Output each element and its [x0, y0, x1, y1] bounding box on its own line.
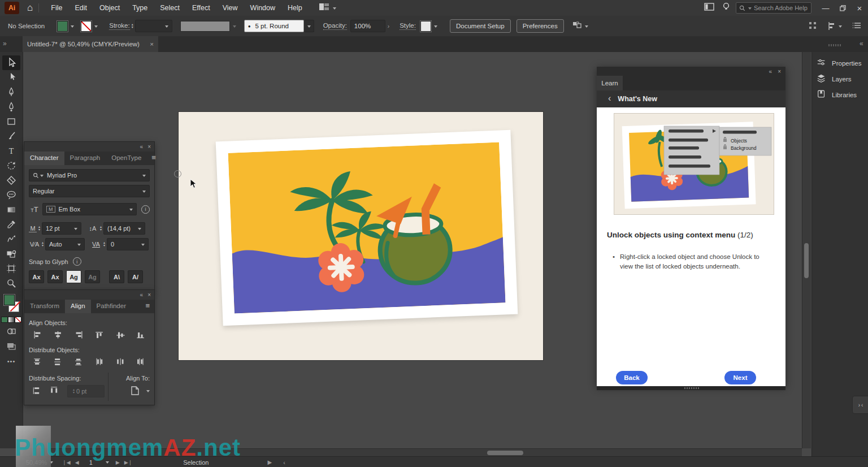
direct-selection-tool[interactable]	[2, 70, 20, 85]
workspace-switcher-icon[interactable]	[319, 2, 330, 14]
back-button[interactable]: Back	[616, 371, 648, 384]
dist-right-button[interactable]	[133, 357, 150, 368]
align-shortcut-icon[interactable]	[827, 21, 842, 31]
grid-dots-icon[interactable]	[809, 21, 817, 31]
menu-edit[interactable]: Edit	[68, 4, 93, 12]
next-button[interactable]: Next	[724, 371, 756, 384]
panel-toggle-icon[interactable]	[704, 3, 714, 13]
dist-vcenter-button[interactable]	[50, 357, 67, 368]
paintbrush-tool[interactable]	[2, 129, 20, 144]
stroke-color-swatch[interactable]	[81, 21, 92, 32]
symbol-sprayer-tool[interactable]	[2, 247, 20, 261]
tab-align[interactable]: Align	[65, 300, 91, 313]
menu-view[interactable]: View	[216, 4, 244, 12]
panel-menu-icon[interactable]: ≡	[147, 152, 160, 165]
align-to-artboard-icon[interactable]	[127, 385, 144, 396]
brush-preset-dropdown[interactable]: ●5 pt. Round	[244, 20, 304, 32]
collapse-panel-icon[interactable]: «	[140, 144, 144, 150]
snap-glyph-button-2[interactable]: Ax	[47, 270, 63, 283]
align-left-button[interactable]	[29, 330, 46, 341]
leading-field[interactable]: (14,4 pt)	[103, 222, 145, 235]
chevron-left-icon[interactable]: ‹	[608, 93, 611, 103]
fill-swatch[interactable]	[4, 295, 15, 305]
font-family-field[interactable]: Myriad Pro	[29, 169, 150, 181]
opacity-label[interactable]: Opacity:	[323, 22, 347, 30]
info-icon[interactable]: i	[73, 257, 81, 266]
rotate-tool[interactable]	[2, 158, 20, 173]
help-search-input[interactable]: Search Adobe Help	[736, 2, 811, 14]
type-tool[interactable]: T	[2, 144, 20, 158]
snap-glyph-button-4[interactable]: Ag	[85, 270, 100, 283]
eyedropper-tool[interactable]	[2, 217, 20, 232]
align-right-button[interactable]	[71, 330, 88, 341]
align-bottom-button[interactable]	[133, 330, 150, 341]
font-size-stepper[interactable]: ▴▾	[38, 226, 40, 231]
gradient-tool[interactable]	[2, 202, 20, 217]
snap-glyph-button-1[interactable]: Ax	[29, 270, 44, 283]
menu-select[interactable]: Select	[154, 4, 186, 12]
close-icon[interactable]: ×	[778, 68, 781, 75]
menu-help[interactable]: Help	[281, 4, 309, 12]
panel-menu-icon[interactable]: ≡	[141, 300, 154, 313]
snap-glyph-button-6[interactable]: A/	[128, 270, 143, 283]
screen-mode-icon[interactable]	[7, 342, 16, 352]
more-tools-icon[interactable]: •••	[7, 358, 16, 365]
collapse-panel-icon[interactable]: «	[140, 292, 144, 298]
info-icon[interactable]: i	[141, 205, 150, 214]
none-button[interactable]	[15, 317, 21, 323]
menu-file[interactable]: File	[45, 4, 68, 12]
align-top-button[interactable]	[91, 330, 108, 341]
fill-stroke-control[interactable]	[2, 294, 20, 313]
close-icon[interactable]: ×	[147, 292, 151, 298]
restore-button[interactable]	[834, 0, 851, 16]
menu-type[interactable]: Type	[126, 4, 154, 12]
preferences-button[interactable]: Preferences	[517, 19, 564, 33]
expand-panel-icon[interactable]: »	[3, 40, 7, 47]
style-label[interactable]: Style:	[400, 22, 416, 30]
menu-window[interactable]: Window	[244, 4, 281, 12]
learn-panel-resize-grip[interactable]	[597, 386, 785, 390]
space-h-button[interactable]	[46, 386, 63, 397]
dock-grip[interactable]	[828, 44, 842, 46]
arrange-icon[interactable]	[572, 21, 582, 31]
snap-glyph-button-5[interactable]: A\	[109, 270, 124, 283]
eraser-tool[interactable]	[2, 173, 20, 188]
dist-hcenter-button[interactable]	[112, 357, 129, 368]
horizontal-scrollbar-thumb[interactable]	[487, 451, 523, 455]
dock-item-properties[interactable]: Properties	[812, 55, 868, 71]
kerning-stepper[interactable]: ▴▾	[42, 241, 44, 247]
snap-glyph-button-3[interactable]: Ag	[66, 270, 81, 283]
opacity-field[interactable]: 100%	[350, 20, 385, 32]
variable-width-profile[interactable]	[180, 21, 230, 32]
dist-top-button[interactable]	[29, 357, 46, 368]
dock-item-libraries[interactable]: Libraries	[812, 87, 868, 103]
align-vmiddle-button[interactable]	[112, 330, 129, 341]
vertical-scrollbar-thumb[interactable]	[804, 243, 809, 278]
tab-transform[interactable]: Transform	[24, 300, 65, 313]
postcard-artwork[interactable]	[216, 130, 518, 326]
type-system-field[interactable]: M Em Box	[42, 203, 137, 215]
shaper-tool[interactable]	[2, 188, 20, 202]
tracking-stepper[interactable]: ▴▾	[103, 241, 105, 247]
pen-tool[interactable]	[2, 85, 20, 100]
stroke-weight-field[interactable]	[135, 20, 172, 32]
tab-character[interactable]: Character	[24, 152, 64, 165]
style-swatch[interactable]	[420, 21, 431, 32]
rectangle-tool[interactable]	[2, 114, 20, 129]
tab-paragraph[interactable]: Paragraph	[64, 152, 106, 165]
document-setup-button[interactable]: Document Setup	[450, 19, 511, 33]
zoom-tool[interactable]	[2, 276, 20, 291]
status-arrow-icon[interactable]: ‹	[283, 459, 285, 466]
tab-pathfinder[interactable]: Pathfinder	[91, 300, 132, 313]
dist-bottom-button[interactable]	[71, 357, 88, 368]
color-button[interactable]	[1, 317, 8, 323]
home-icon[interactable]: ⌂	[27, 2, 33, 14]
brush-preset-chevron[interactable]	[304, 20, 314, 32]
kerning-field[interactable]: Auto	[45, 238, 85, 250]
gradient-button[interactable]	[8, 317, 15, 323]
dist-left-button[interactable]	[91, 357, 108, 368]
font-style-field[interactable]: Regular	[29, 185, 150, 197]
stroke-weight-stepper[interactable]: ▴▾	[132, 23, 133, 29]
play-icon[interactable]: ▶	[267, 459, 272, 465]
hamburger-menu-icon[interactable]	[852, 22, 861, 30]
